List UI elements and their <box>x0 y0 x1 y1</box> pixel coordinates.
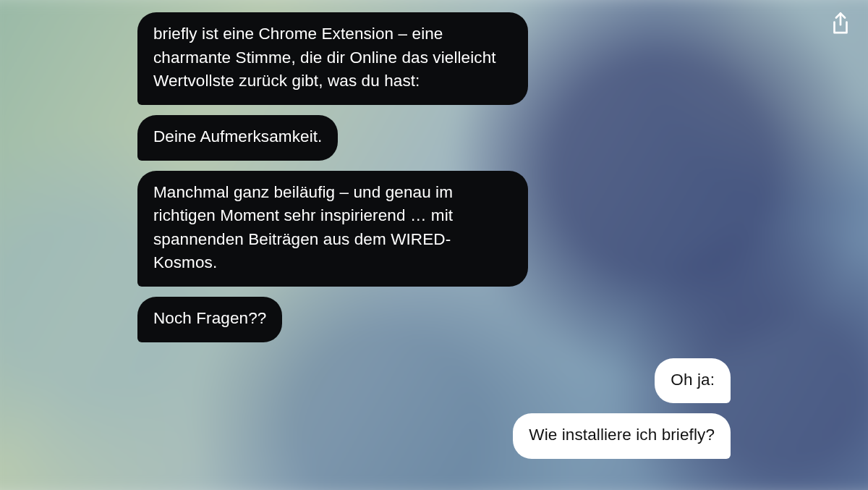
message-row: Manchmal ganz beiläufig – und genau im r… <box>137 171 731 287</box>
chat-thread: briefly ist eine Chrome Extension – eine… <box>0 0 868 490</box>
outgoing-message-bubble: Wie installiere ich briefly? <box>513 413 731 459</box>
spacer <box>137 347 731 353</box>
incoming-message-bubble: Noch Fragen?? <box>137 297 282 342</box>
incoming-message-bubble: Manchmal ganz beiläufig – und genau im r… <box>137 171 528 287</box>
message-row: briefly ist eine Chrome Extension – eine… <box>137 12 731 105</box>
message-row: Deine Aufmerksamkeit. <box>137 115 731 161</box>
message-row: Noch Fragen?? <box>137 297 731 342</box>
message-row: Oh ja: <box>137 358 731 404</box>
outgoing-message-bubble: Oh ja: <box>655 358 731 404</box>
incoming-message-bubble: briefly ist eine Chrome Extension – eine… <box>137 12 528 105</box>
incoming-message-bubble: Deine Aufmerksamkeit. <box>137 115 338 161</box>
message-row: Wie installiere ich briefly? <box>137 413 731 459</box>
